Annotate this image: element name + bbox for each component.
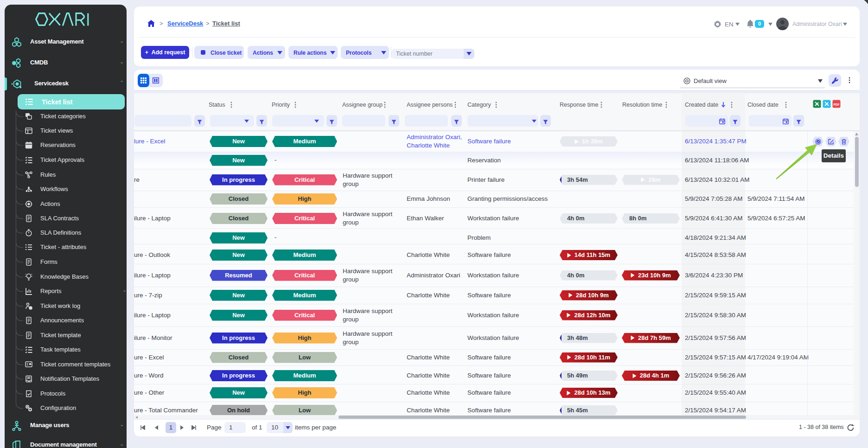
svg-text:PDF: PDF xyxy=(834,103,840,106)
